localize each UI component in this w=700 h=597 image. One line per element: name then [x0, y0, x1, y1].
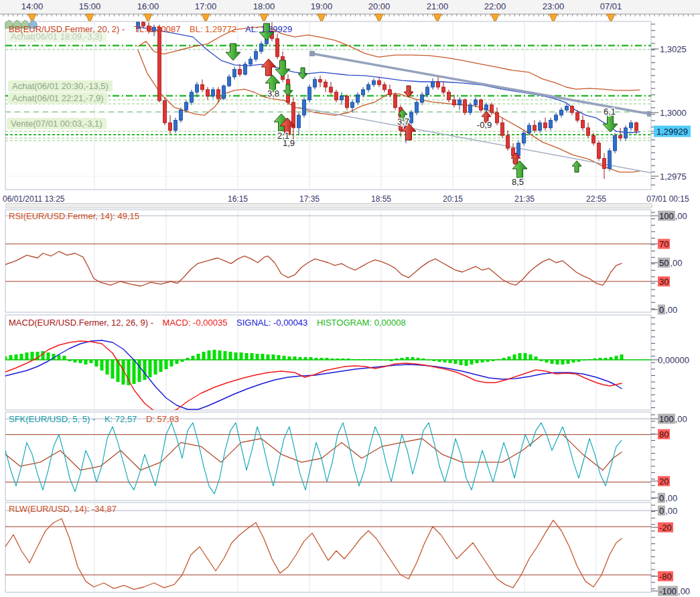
trade-annotation[interactable]: Achat(06/01 22:21,-7,9) — [8, 92, 108, 104]
trade-annotation[interactable]: Achat(06/01 20:30,-13,5) — [8, 80, 113, 92]
trade-pnl-label: 3,7 — [397, 117, 409, 127]
trading-chart-window: 3,82,11,93,7-0,98,56,1 14:0015:0016:0017… — [0, 0, 700, 597]
trendline-handle[interactable] — [309, 51, 315, 56]
trade-annotation[interactable]: Vente(07/01 00:03,-3,1) — [7, 118, 107, 129]
trade-pnl-label: 6,1 — [604, 107, 616, 117]
trade-pnl-label: 3,8 — [267, 88, 279, 98]
trade-pnl-label: 1,9 — [283, 138, 295, 148]
horizontal-scrollbar[interactable] — [5, 203, 652, 208]
trade-annotation[interactable]: Achat(06/01 18:09,-3,3) — [7, 31, 107, 42]
trade-pnl-label: 8,5 — [512, 177, 524, 187]
trade-pnl-label: -0,9 — [477, 120, 492, 130]
